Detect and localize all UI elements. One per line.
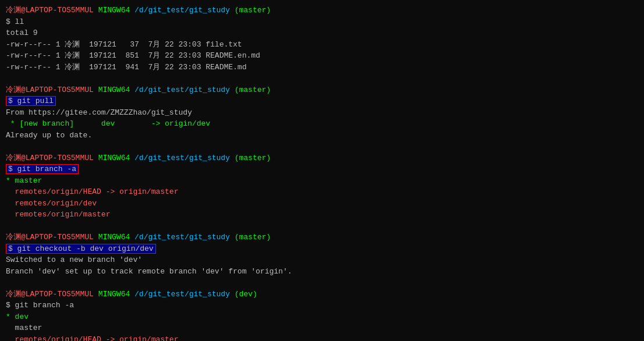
prompt-space-1 [94, 6, 98, 15]
prompt-path-5: /d/git_test/git_study [135, 290, 230, 299]
prompt-path-1: /d/git_test/git_study [135, 6, 230, 15]
output-file3: -rw-r--r-- 1 冷渊 197121 941 7月 22 23:03 R… [6, 62, 638, 73]
output-new-branch: * [new branch] dev -> origin/dev [6, 118, 638, 130]
output-file2: -rw-r--r-- 1 冷渊 197121 851 7月 22 23:03 R… [6, 50, 638, 62]
terminal: 冷渊@LAPTOP-TOS5MMUL MINGW64 /d/git_test/g… [0, 0, 644, 341]
output-remotes-dev: remotes/origin/dev [6, 198, 638, 209]
prompt-path-2: /d/git_test/git_study [135, 86, 230, 94]
prompt-shell-2: MINGW64 [98, 86, 130, 94]
prompt-branch-4: (master) [235, 233, 271, 241]
output-already-up: Already up to date. [6, 130, 638, 141]
blank-1 [6, 73, 638, 84]
output-from: From https://gitee.com/ZMZZZhao/git_stud… [6, 107, 638, 119]
prompt-user-3: 冷渊@LAPTOP-TOS5MMUL [6, 154, 94, 162]
prompt-user-5: 冷渊@LAPTOP-TOS5MMUL [6, 290, 94, 299]
prompt-line-5: 冷渊@LAPTOP-TOS5MMUL MINGW64 /d/git_test/g… [6, 289, 638, 300]
git-branch-a-cmd-1: $ git branch -a [6, 164, 79, 174]
prompt-shell-5: MINGW64 [98, 290, 130, 299]
cmd-git-checkout: $ git checkout -b dev origin/dev [6, 243, 638, 255]
output-remotes-head: remotes/origin/HEAD -> origin/master [6, 186, 638, 198]
prompt-shell-3: MINGW64 [98, 154, 130, 162]
output-remotes-master: remotes/origin/master [6, 209, 638, 221]
prompt-line-4: 冷渊@LAPTOP-TOS5MMUL MINGW64 /d/git_test/g… [6, 232, 638, 243]
prompt-sp2-1 [230, 6, 235, 15]
prompt-branch-3: (master) [235, 154, 271, 162]
prompt-line-2: 冷渊@LAPTOP-TOS5MMUL MINGW64 /d/git_test/g… [6, 84, 638, 96]
prompt-shell-1: MINGW64 [98, 6, 130, 15]
output-file1: -rw-r--r-- 1 冷渊 197121 37 7月 22 23:03 fi… [6, 39, 638, 51]
prompt-sep-1 [130, 6, 135, 15]
prompt-path-4: /d/git_test/git_study [135, 233, 230, 241]
output-switched: Switched to a new branch 'dev' [6, 254, 638, 266]
prompt-user-1: 冷渊@LAPTOP-TOS5MMUL [6, 6, 94, 15]
prompt-shell-4: MINGW64 [98, 233, 130, 241]
blank-2 [6, 141, 638, 152]
cmd-ll-text: $ ll [6, 17, 24, 26]
git-pull-cmd: $ git pull [6, 96, 56, 106]
cmd-git-branch-a-1: $ git branch -a [6, 164, 638, 175]
prompt-user-2: 冷渊@LAPTOP-TOS5MMUL [6, 86, 94, 94]
cmd-git-pull: $ git pull [6, 95, 638, 107]
cmd-git-branch-a-2: $ git branch -a [6, 300, 638, 311]
prompt-user-4: 冷渊@LAPTOP-TOS5MMUL [6, 233, 94, 241]
output-dev-star: * dev [6, 311, 638, 323]
output-master: * master [6, 175, 638, 187]
cmd-ll: $ ll [6, 16, 638, 28]
output-master-2: master [6, 322, 638, 334]
git-checkout-cmd: $ git checkout -b dev origin/dev [6, 244, 156, 254]
output-branch-set: Branch 'dev' set up to track remote bran… [6, 266, 638, 278]
prompt-branch-5: (dev) [235, 290, 257, 299]
blank-3 [6, 221, 638, 232]
prompt-branch-2: (master) [235, 86, 271, 94]
blank-4 [6, 277, 638, 289]
output-total: total 9 [6, 27, 638, 39]
output-remotes-head-2: remotes/origin/HEAD -> origin/master [6, 334, 638, 342]
prompt-branch-1: (master) [235, 6, 271, 15]
prompt-line-3: 冷渊@LAPTOP-TOS5MMUL MINGW64 /d/git_test/g… [6, 152, 638, 164]
prompt-line-1: 冷渊@LAPTOP-TOS5MMUL MINGW64 /d/git_test/g… [6, 5, 638, 16]
prompt-path-3: /d/git_test/git_study [135, 154, 230, 162]
